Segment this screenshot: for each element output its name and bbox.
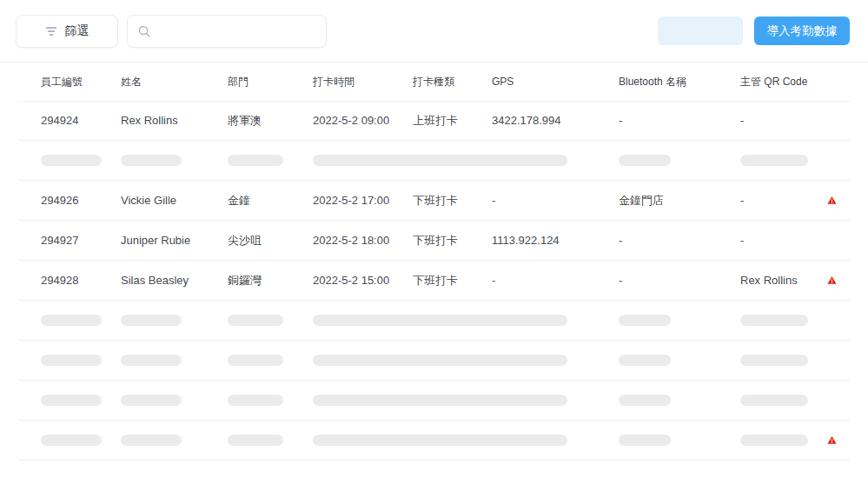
table-body: 294924Rex Rollins將軍澳2022-5-2 09:00上班打卡34… [17,102,850,459]
cell-clock-type: 下班打卡 [413,233,492,249]
column-header-bluetooth-name: Bluetooth 名稱 [619,75,740,90]
skeleton-cell [740,435,827,446]
table-row-skeleton [17,422,850,459]
warning-icon[interactable] [827,435,850,445]
skeleton-bar [619,395,671,406]
cell-employee-id: 294924 [41,114,121,127]
skeleton-cell [41,155,121,166]
skeleton-bar [41,355,102,366]
table-header: 員工編號 姓名 部門 打卡時間 打卡種類 GPS Bluetooth 名稱 主管… [17,63,850,102]
table-row[interactable]: 294926Vickie Gille金鐘2022-5-2 17:00下班打卡-金… [17,182,850,219]
search-box[interactable] [127,15,327,48]
cell-time: 2022-5-2 17:00 [313,194,413,207]
table-row[interactable]: 294924Rex Rollins將軍澳2022-5-2 09:00上班打卡34… [17,102,850,139]
cell-employee-id: 294927 [41,234,121,247]
search-input[interactable] [157,24,316,38]
skeleton-bar [313,395,567,406]
skeleton-cell [313,355,619,366]
skeleton-cell [619,435,740,446]
skeleton-bar [619,355,671,366]
table-row[interactable]: 294928Silas Beasley銅鑼灣2022-5-2 15:00下班打卡… [17,262,850,299]
cell-gps: 1113.922.124 [492,234,619,247]
skeleton-cell [313,155,619,166]
skeleton-bar [619,435,671,446]
cell-name: Rex Rollins [121,114,228,127]
column-header-qr-code: 主管 QR Code [740,75,827,90]
skeleton-cell [41,355,121,366]
table-row-skeleton [17,302,850,339]
skeleton-cell [121,155,228,166]
skeleton-cell [619,355,740,366]
skeleton-bar [121,395,182,406]
column-header-department: 部門 [228,75,313,90]
cell-bluetooth: 金鐘門店 [619,193,740,209]
skeleton-bar [41,155,102,166]
skeleton-bar [313,315,567,326]
skeleton-cell [121,355,228,366]
cell-name: Silas Beasley [121,274,228,287]
filter-label: 篩選 [65,23,89,39]
cell-qr: - [740,114,827,127]
cell-name: Vickie Gille [121,194,228,207]
warning-triangle-glyph [827,276,837,285]
skeleton-cell [619,315,740,326]
skeleton-bar [41,315,102,326]
skeleton-cell [121,395,228,406]
skeleton-cell [228,435,313,446]
warning-triangle-glyph [827,196,837,205]
skeleton-bar [740,435,808,446]
warning-triangle-glyph [827,435,837,445]
skeleton-bar [41,395,102,406]
skeleton-bar [740,315,808,326]
skeleton-bar [313,355,567,366]
skeleton-bar [740,155,808,166]
skeleton-bar [228,155,283,166]
warning-icon[interactable] [827,196,850,205]
skeleton-bar [228,355,283,366]
toolbar: 篩選 導入考勤數據 [0,0,868,63]
table-row[interactable]: 294927Juniper Rubie尖沙咀2022-5-2 18:00下班打卡… [17,222,850,259]
skeleton-cell [619,155,740,166]
skeleton-bar [41,435,102,446]
skeleton-cell [228,355,313,366]
column-header-clock-type: 打卡種類 [413,75,492,90]
column-header-clock-time: 打卡時間 [313,75,413,90]
cell-gps: 3422.178.994 [492,114,619,127]
column-header-name: 姓名 [121,75,228,90]
table-row-skeleton [17,382,850,419]
cell-bluetooth: - [619,114,740,127]
import-attendance-button[interactable]: 導入考勤數據 [754,17,850,45]
cell-bluetooth: - [619,274,740,287]
cell-clock-type: 下班打卡 [413,273,492,289]
column-header-gps: GPS [492,76,619,88]
skeleton-bar [619,315,671,326]
skeleton-cell [121,435,228,446]
skeleton-bar [313,435,567,446]
skeleton-cell [228,395,313,406]
cell-gps: - [492,194,619,207]
skeleton-cell [121,315,228,326]
cell-qr: - [740,234,827,247]
skeleton-cell [740,395,827,406]
cell-name: Juniper Rubie [121,234,228,247]
cell-department: 金鐘 [228,193,313,209]
skeleton-bar [121,435,182,446]
table-row-skeleton [17,142,850,179]
skeleton-bar [228,315,283,326]
filter-button[interactable]: 篩選 [16,15,118,48]
warning-icon[interactable] [827,276,850,285]
skeleton-bar [619,155,671,166]
toolbar-right: 導入考勤數據 [658,17,850,45]
skeleton-cell [228,155,313,166]
cell-department: 將軍澳 [228,113,313,129]
skeleton-bar [740,395,808,406]
cell-employee-id: 294928 [41,274,121,287]
skeleton-cell [41,395,121,406]
filter-icon [45,26,57,37]
cell-time: 2022-5-2 15:00 [313,274,413,287]
attendance-table: 員工編號 姓名 部門 打卡時間 打卡種類 GPS Bluetooth 名稱 主管… [17,63,850,459]
skeleton-bar [313,155,567,166]
skeleton-bar [740,355,808,366]
skeleton-cell [740,155,827,166]
cell-clock-type: 下班打卡 [413,193,492,209]
